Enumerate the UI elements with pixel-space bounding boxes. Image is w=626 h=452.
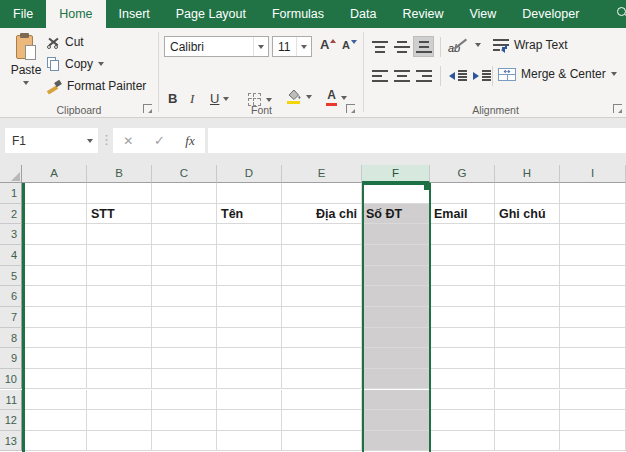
cell-H1[interactable] [495, 183, 560, 204]
cell-B4[interactable] [87, 245, 152, 266]
cell-B12[interactable] [87, 410, 152, 431]
row-header-2[interactable]: 2 [0, 204, 22, 225]
column-header-G[interactable]: G [430, 165, 495, 183]
cell-E13[interactable] [282, 431, 362, 452]
font-size-dropdown-arrow[interactable] [301, 45, 307, 49]
cell-A8[interactable] [22, 328, 87, 349]
cell-A4[interactable] [22, 245, 87, 266]
cell-G2[interactable]: Email [430, 204, 495, 225]
cancel-icon[interactable]: ✕ [123, 134, 133, 148]
increase-font-size-button[interactable]: A [320, 38, 336, 51]
cell-H11[interactable] [495, 390, 560, 411]
cell-E3[interactable] [282, 224, 362, 245]
cell-G8[interactable] [430, 328, 495, 349]
cell-C4[interactable] [152, 245, 217, 266]
cell-A5[interactable] [22, 266, 87, 287]
cell-F2[interactable]: Số ĐT [362, 204, 430, 225]
row-header-10[interactable]: 10 [0, 369, 22, 390]
cell-C8[interactable] [152, 328, 217, 349]
cell-F6[interactable] [362, 286, 430, 307]
cell-D1[interactable] [217, 183, 282, 204]
cell-C12[interactable] [152, 410, 217, 431]
tab-file[interactable]: File [0, 0, 46, 28]
cell-E5[interactable] [282, 266, 362, 287]
cell-E4[interactable] [282, 245, 362, 266]
select-all-button[interactable] [0, 165, 22, 183]
cell-H10[interactable] [495, 369, 560, 390]
orientation-button[interactable]: ab [447, 36, 481, 54]
cell-E8[interactable] [282, 328, 362, 349]
cell-C7[interactable] [152, 307, 217, 328]
cell-A13[interactable] [22, 431, 87, 452]
cell-I11[interactable] [560, 390, 626, 411]
cell-C2[interactable] [152, 204, 217, 225]
cell-C3[interactable] [152, 224, 217, 245]
cell-G6[interactable] [430, 286, 495, 307]
alignment-dialog-launcher[interactable] [613, 104, 622, 113]
cell-G1[interactable] [430, 183, 495, 204]
tab-view[interactable]: View [456, 0, 509, 28]
cell-I10[interactable] [560, 369, 626, 390]
cell-C5[interactable] [152, 266, 217, 287]
cell-E9[interactable] [282, 348, 362, 369]
tab-home[interactable]: Home [46, 0, 105, 28]
cell-B9[interactable] [87, 348, 152, 369]
wrap-text-button[interactable]: Wrap Text [493, 38, 568, 52]
tab-developer[interactable]: Developer [509, 0, 592, 28]
cell-I8[interactable] [560, 328, 626, 349]
fill-color-dropdown-arrow[interactable] [306, 95, 312, 99]
tab-page-layout[interactable]: Page Layout [163, 0, 259, 28]
cell-A12[interactable] [22, 410, 87, 431]
tab-review[interactable]: Review [389, 0, 456, 28]
cell-I13[interactable] [560, 431, 626, 452]
cell-H9[interactable] [495, 348, 560, 369]
cell-B5[interactable] [87, 266, 152, 287]
align-center-button[interactable] [391, 65, 412, 86]
cell-F7[interactable] [362, 307, 430, 328]
font-color-dropdown-arrow[interactable] [341, 96, 347, 100]
cell-G10[interactable] [430, 369, 495, 390]
row-header-11[interactable]: 11 [0, 390, 22, 411]
cell-C10[interactable] [152, 369, 217, 390]
row-header-12[interactable]: 12 [0, 410, 22, 431]
enter-icon[interactable]: ✓ [154, 133, 165, 148]
cell-D4[interactable] [217, 245, 282, 266]
column-header-C[interactable]: C [152, 165, 217, 183]
cell-F8[interactable] [362, 328, 430, 349]
insert-function-icon[interactable]: fx [185, 133, 194, 149]
cell-F11[interactable] [362, 390, 430, 411]
clipboard-dialog-launcher[interactable] [143, 104, 152, 113]
cell-D13[interactable] [217, 431, 282, 452]
cell-H13[interactable] [495, 431, 560, 452]
cell-F4[interactable] [362, 245, 430, 266]
cell-B13[interactable] [87, 431, 152, 452]
row-header-5[interactable]: 5 [0, 266, 22, 287]
cell-B8[interactable] [87, 328, 152, 349]
cell-I4[interactable] [560, 245, 626, 266]
decrease-font-size-button[interactable]: A [342, 39, 357, 52]
cell-D10[interactable] [217, 369, 282, 390]
cell-E10[interactable] [282, 369, 362, 390]
cell-F13[interactable] [362, 431, 430, 452]
cell-A9[interactable] [22, 348, 87, 369]
cell-B3[interactable] [87, 224, 152, 245]
cell-G5[interactable] [430, 266, 495, 287]
cell-B7[interactable] [87, 307, 152, 328]
row-header-7[interactable]: 7 [0, 307, 22, 328]
font-name-combo[interactable]: Calibri [164, 36, 269, 57]
row-header-6[interactable]: 6 [0, 286, 22, 307]
tab-insert[interactable]: Insert [106, 0, 163, 28]
row-header-8[interactable]: 8 [0, 328, 22, 349]
cell-H6[interactable] [495, 286, 560, 307]
cell-A6[interactable] [22, 286, 87, 307]
merge-center-dropdown-arrow[interactable] [611, 72, 617, 76]
cell-G9[interactable] [430, 348, 495, 369]
align-right-button[interactable] [413, 65, 434, 86]
cell-B6[interactable] [87, 286, 152, 307]
cell-I2[interactable] [560, 204, 626, 225]
cell-E7[interactable] [282, 307, 362, 328]
cut-button[interactable]: Cut [47, 33, 84, 51]
cell-H7[interactable] [495, 307, 560, 328]
font-size-combo[interactable]: 11 [272, 36, 312, 57]
cell-F3[interactable] [362, 224, 430, 245]
